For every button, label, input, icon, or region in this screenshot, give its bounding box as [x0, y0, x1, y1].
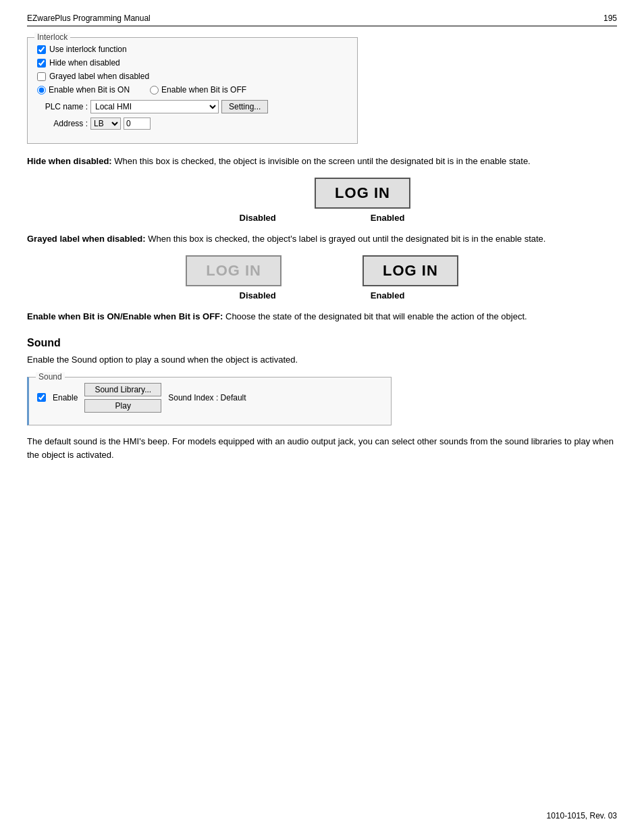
interlock-legend: Interlock	[34, 32, 70, 42]
play-button[interactable]: Play	[84, 399, 161, 413]
interlock-panel: Interlock Use interlock function Hide wh…	[27, 37, 358, 144]
disabled-label-1: Disabled	[240, 213, 276, 223]
address-label: Address :	[37, 119, 88, 128]
address-input[interactable]: 0	[124, 118, 151, 130]
sound-panel-legend: Sound	[36, 372, 65, 382]
page-number: 195	[603, 14, 617, 23]
login-disabled-button-2: LOG IN	[186, 255, 281, 286]
sound-index-text: Sound Index : Default	[168, 393, 246, 402]
plc-name-row: PLC name : Local HMI Setting...	[37, 100, 348, 113]
use-interlock-checkbox[interactable]	[37, 45, 46, 54]
enable-bit-row: Enable when Bit is ON Enable when Bit is…	[37, 85, 348, 95]
enable-on-item: Enable when Bit is ON	[37, 85, 130, 95]
enable-bit-description: Enable when Bit is ON/Enable when Bit is…	[27, 310, 617, 323]
sound-intro: Enable the Sound option to play a sound …	[27, 353, 617, 367]
hide-disabled-bold: Hide when disabled:	[27, 156, 112, 166]
plc-name-label: PLC name :	[37, 102, 88, 111]
hide-disabled-description: Hide when disabled: When this box is che…	[27, 155, 617, 168]
enable-bit-bold: Enable when Bit is ON/Enable when Bit is…	[27, 311, 223, 321]
sound-enable-row: Enable Sound Library... Play Sound Index…	[37, 383, 383, 413]
login-enabled-button-2: LOG IN	[363, 255, 458, 286]
header-title: EZwarePlus Programming Manual	[27, 14, 151, 23]
grayed-label-text: Grayed label when disabled	[49, 72, 149, 81]
enable-on-label: Enable when Bit is ON	[49, 85, 130, 95]
hide-disabled-checkbox[interactable]	[37, 59, 46, 68]
footer-text: 1010-1015, Rev. 03	[546, 811, 617, 820]
enable-off-item: Enable when Bit is OFF	[150, 85, 246, 95]
enable-on-radio[interactable]	[37, 86, 46, 95]
address-type-select[interactable]: LB	[90, 118, 121, 130]
page-footer: 1010-1015, Rev. 03	[546, 811, 617, 820]
grayed-label-checkbox[interactable]	[37, 72, 46, 81]
demo-labels-1-row: Disabled Enabled	[27, 213, 617, 223]
setting-button[interactable]: Setting...	[221, 100, 268, 113]
enable-bit-rest: Choose the state of the designated bit t…	[223, 311, 527, 321]
grayed-description: Grayed label when disabled: When this bo…	[27, 232, 617, 246]
sound-buttons-column: Sound Library... Play	[84, 383, 161, 413]
grayed-label-row: Grayed label when disabled	[37, 72, 348, 81]
sound-heading: Sound	[27, 337, 617, 349]
enable-off-label: Enable when Bit is OFF	[161, 85, 246, 95]
use-interlock-row: Use interlock function	[37, 45, 348, 54]
login-demo-1-section: LOG IN	[27, 178, 617, 209]
sound-enable-label: Enable	[53, 393, 78, 402]
enabled-label-1: Enabled	[371, 213, 405, 223]
sound-body-text: The default sound is the HMI's beep. For…	[27, 435, 617, 462]
hide-disabled-rest: When this box is checked, the object is …	[112, 156, 531, 166]
enabled-label-2: Enabled	[371, 290, 405, 301]
login-demo-1-enabled-item: LOG IN	[315, 178, 410, 209]
grayed-bold: Grayed label when disabled:	[27, 234, 146, 244]
grayed-rest: When this box is checked, the object's l…	[146, 234, 546, 244]
hide-disabled-row: Hide when disabled	[37, 58, 348, 68]
page-header: EZwarePlus Programming Manual 195	[27, 14, 617, 26]
sound-library-button[interactable]: Sound Library...	[84, 383, 161, 396]
use-interlock-label: Use interlock function	[49, 45, 127, 54]
address-row: Address : LB 0	[37, 118, 348, 130]
plc-name-select[interactable]: Local HMI	[90, 100, 219, 113]
login-demo-2-section: LOG IN LOG IN	[27, 255, 617, 286]
sound-enable-checkbox[interactable]	[37, 393, 46, 402]
login-demo-2-disabled-item: LOG IN	[186, 255, 281, 286]
demo-labels-2-row: Disabled Enabled	[27, 290, 617, 301]
disabled-label-2: Disabled	[240, 290, 276, 301]
sound-panel: Sound Enable Sound Library... Play Sound…	[27, 377, 392, 425]
login-demo-2-enabled-item: LOG IN	[363, 255, 458, 286]
login-enabled-button-1: LOG IN	[315, 178, 410, 209]
hide-disabled-label: Hide when disabled	[49, 58, 120, 68]
enable-off-radio[interactable]	[150, 86, 159, 95]
